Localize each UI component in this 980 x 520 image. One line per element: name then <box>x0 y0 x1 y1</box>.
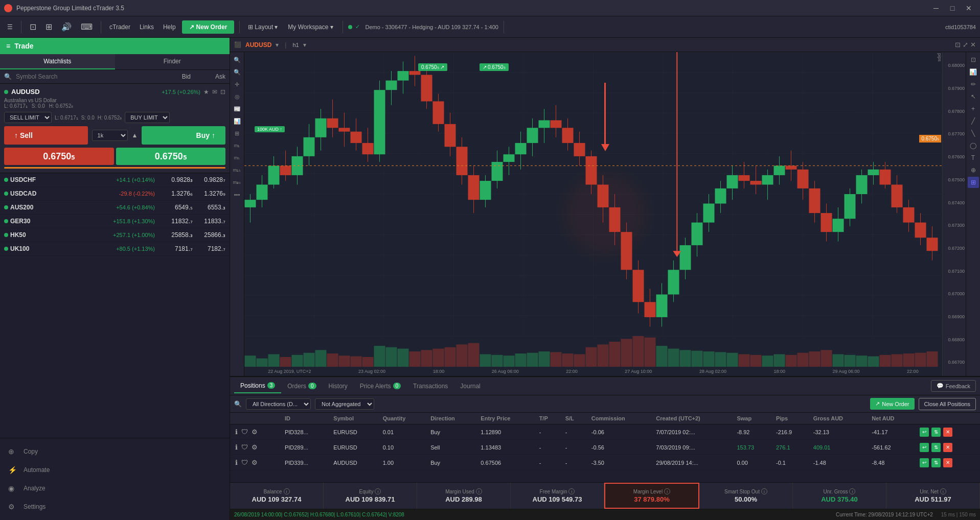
ray-tool-button[interactable]: ╲ <box>968 128 979 139</box>
chart-close-button[interactable]: ✕ <box>970 41 976 49</box>
chart-container[interactable]: 0.6750₅ ↗ ↗ 0.6750₅ 100K AUD ↑ 0.6750₅ <box>244 52 966 376</box>
tab-journal[interactable]: Journal <box>454 380 486 393</box>
new-order-small-button[interactable]: ↗ New Order <box>870 398 914 410</box>
news-button[interactable]: 📰 <box>232 103 243 114</box>
crosshair-button[interactable]: ✛ <box>232 79 243 90</box>
chart-timeframe[interactable]: h1 <box>292 42 299 48</box>
col-quantity[interactable]: Quantity <box>379 413 427 424</box>
sell-order-type-select[interactable]: SELL LIMIT <box>4 112 52 123</box>
extra-tool-button[interactable]: ⊞ <box>968 177 979 188</box>
pos-action-1[interactable]: ↩ <box>920 443 929 452</box>
margin-level-info-icon[interactable]: i <box>664 488 670 494</box>
feedback-button[interactable]: 💬 Feedback <box>931 380 976 392</box>
col-entry-price[interactable]: Entry Price <box>476 413 535 424</box>
free-margin-info-icon[interactable]: i <box>568 488 575 494</box>
new-order-button[interactable]: ↗ New Order <box>182 20 235 34</box>
plus-tool-button[interactable]: + <box>968 103 979 114</box>
pos-close-btn[interactable]: ✕ <box>943 458 952 467</box>
col-created[interactable]: Created (UTC+2) <box>652 413 733 424</box>
pos-action-2[interactable]: ⇅ <box>931 458 941 467</box>
pos-action-2[interactable]: ⇅ <box>931 428 941 437</box>
sentiment-button[interactable]: ◎ <box>232 91 243 102</box>
col-net[interactable]: Net AUD <box>868 413 915 424</box>
settings-button[interactable]: ⚙ <box>250 427 259 437</box>
zoom-out-button[interactable]: 🔍 <box>232 66 243 78</box>
pos-action-1[interactable]: ↩ <box>920 458 929 467</box>
info-button[interactable]: ℹ <box>234 442 239 452</box>
hamburger-menu[interactable]: ☰ <box>4 21 16 33</box>
quantity-select[interactable]: 1k <box>92 130 128 141</box>
open-icon[interactable]: ⊡ <box>220 88 225 96</box>
more-tools-button[interactable]: ••• <box>232 189 243 200</box>
col-id[interactable]: ID <box>281 413 329 424</box>
up-arrow-icon[interactable]: ▲ <box>132 132 138 139</box>
chart-symbol[interactable]: AUDUSD <box>245 41 271 49</box>
tab-finder[interactable]: Finder <box>115 54 230 69</box>
smart-stop-info-icon[interactable]: i <box>761 488 767 494</box>
layout-menu[interactable]: ⊞ Layout ▾ <box>245 21 281 33</box>
workspace-button[interactable]: My Workspace ▾ <box>284 21 337 33</box>
links-menu[interactable]: Links <box>136 21 157 33</box>
settings-button[interactable]: ⚙ <box>250 458 259 467</box>
balance-info-icon[interactable]: i <box>284 488 290 494</box>
sell-button[interactable]: ↑ Sell <box>4 126 88 145</box>
pos-action-2[interactable]: ⇅ <box>931 443 941 452</box>
unr-gross-info-icon[interactable]: i <box>849 488 855 494</box>
cursor-tool-button[interactable]: ↖ <box>968 91 979 102</box>
text-tool-button[interactable]: T <box>968 152 979 163</box>
indicator-button[interactable]: 📊 <box>232 115 243 127</box>
m30-button[interactable]: m₃₀ <box>232 177 243 188</box>
help-menu[interactable]: Help <box>160 21 179 33</box>
toolbar-btn-video[interactable]: ⊞ <box>42 20 55 34</box>
unr-net-info-icon[interactable]: i <box>940 488 946 494</box>
chart-undock-button[interactable]: ⊡ <box>955 41 961 49</box>
nav-item-copy[interactable]: ⊕ Copy <box>0 442 230 461</box>
col-swap[interactable]: Swap <box>733 413 772 424</box>
close-all-button[interactable]: Close All Positions <box>919 398 976 410</box>
tab-history[interactable]: History <box>323 380 354 393</box>
magnet-tool-button[interactable]: ⊕ <box>968 164 979 176</box>
minimize-button[interactable]: ─ <box>929 3 943 13</box>
m1-button[interactable]: m₁ <box>232 140 243 151</box>
aggregation-select[interactable]: Not Aggregated <box>315 398 374 410</box>
tab-watchlists[interactable]: Watchlists <box>0 54 115 69</box>
protect-button[interactable]: 🛡 <box>240 427 249 437</box>
buy-order-type-select[interactable]: BUY LIMIT <box>125 112 170 123</box>
col-sl[interactable]: S/L <box>561 413 587 424</box>
protect-button[interactable]: 🛡 <box>240 442 249 452</box>
objects-tool-button[interactable]: ⊡ <box>968 54 979 65</box>
object-button[interactable]: ⊞ <box>232 128 243 139</box>
timeframe-dropdown-icon[interactable]: ▾ <box>303 41 306 49</box>
nav-item-analyze[interactable]: ◉ Analyze <box>0 479 230 498</box>
zoom-in-button[interactable]: 🔍 <box>232 54 243 65</box>
settings-button[interactable]: ⚙ <box>250 442 259 452</box>
ctrader-menu[interactable]: cTrader <box>106 21 133 33</box>
toolbar-btn-kbd[interactable]: ⌨ <box>78 20 96 34</box>
direction-select[interactable]: All Directions (D... <box>246 398 311 410</box>
buy-price[interactable]: 0.6750₅ <box>116 148 226 165</box>
col-symbol[interactable]: Symbol <box>329 413 378 424</box>
list-item[interactable]: USDCHF +14.1 (+0.14%) 0.9828₃ 0.9828₇ <box>0 173 230 187</box>
nav-item-automate[interactable]: ⚡ Automate <box>0 461 230 479</box>
col-direction[interactable]: Direction <box>426 413 476 424</box>
email-icon[interactable]: ✉ <box>212 88 217 96</box>
toolbar-btn-audio[interactable]: 🔊 <box>58 20 75 34</box>
pos-close-btn[interactable]: ✕ <box>943 443 952 452</box>
shape-tool-button[interactable]: ◯ <box>968 140 979 151</box>
buy-button[interactable]: Buy ↑ <box>142 126 225 145</box>
info-button[interactable]: ℹ <box>234 458 239 467</box>
star-icon[interactable]: ★ <box>203 88 209 96</box>
m5-button[interactable]: m₅ <box>232 152 243 163</box>
list-item[interactable]: GER30 +151.8 (+1.30%) 11832.₇ 11833.₇ <box>0 215 230 228</box>
pos-close-btn[interactable]: ✕ <box>943 428 952 437</box>
m15-button[interactable]: m₁₅ <box>232 164 243 176</box>
list-item[interactable]: USDCAD -29.8 (-0.22%) 1.3276₆ 1.3276₉ <box>0 187 230 201</box>
indicators-tool-button[interactable]: 📊 <box>968 66 979 78</box>
tab-orders[interactable]: Orders 0 <box>281 380 322 393</box>
symbol-dropdown-icon[interactable]: ▾ <box>276 41 279 49</box>
tab-positions[interactable]: Positions 3 <box>234 379 281 393</box>
tab-transactions[interactable]: Transactions <box>407 380 454 393</box>
col-commission[interactable]: Commission <box>587 413 652 424</box>
list-item[interactable]: UK100 +80.5 (+1.13%) 7181.₇ 7182.₇ <box>0 242 230 256</box>
tab-price-alerts[interactable]: Price Alerts 0 <box>354 380 407 393</box>
